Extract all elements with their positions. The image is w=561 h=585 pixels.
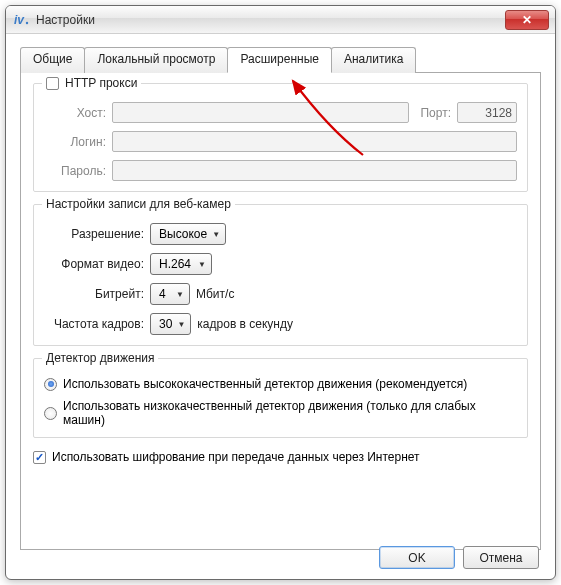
encryption-row[interactable]: Использовать шифрование при передаче дан… [33,450,528,464]
http-proxy-group: HTTP прокси Хост: Порт: Логин: Пароль: [33,83,528,192]
detector-hq-label: Использовать высококачественный детектор… [63,377,467,391]
svg-point-1 [26,21,28,23]
button-label: OK [408,551,425,565]
http-proxy-checkbox-label: HTTP прокси [65,76,137,90]
encryption-label: Использовать шифрование при передаче дан… [52,450,420,464]
tabs-header: Общие Локальный просмотр Расширенные Ана… [20,46,541,72]
client-area: Общие Локальный просмотр Расширенные Ана… [6,34,555,579]
detector-hq-radio[interactable] [44,378,57,391]
detector-group: Детектор движения Использовать высококач… [33,358,528,438]
bitrate-suffix: Мбит/с [196,287,234,301]
close-button[interactable]: ✕ [505,10,549,30]
tab-label: Аналитика [344,52,403,66]
resolution-label: Разрешение: [44,227,144,241]
port-label: Порт: [409,106,451,120]
detector-legend: Детектор движения [42,351,158,365]
password-input[interactable] [112,160,517,181]
tab-advanced[interactable]: Расширенные [227,47,332,73]
fps-label: Частота кадров: [44,317,144,331]
port-input[interactable] [457,102,517,123]
bitrate-label: Битрейт: [44,287,144,301]
button-label: Отмена [479,551,522,565]
select-value: 30 [159,317,172,331]
webcam-group: Настройки записи для веб-камер Разрешени… [33,204,528,346]
app-icon: iv [14,12,30,28]
fps-select[interactable]: 30 [150,313,191,335]
tab-analytics[interactable]: Аналитика [331,47,416,73]
ok-button[interactable]: OK [379,546,455,569]
format-select[interactable]: H.264 [150,253,212,275]
detector-option-hq-row[interactable]: Использовать высококачественный детектор… [44,377,517,391]
fps-suffix: кадров в секунду [197,317,293,331]
login-label: Логин: [44,135,106,149]
bitrate-select[interactable]: 4 [150,283,190,305]
tab-label: Расширенные [240,52,319,66]
tab-general[interactable]: Общие [20,47,85,73]
detector-option-lq-row[interactable]: Использовать низкокачественный детектор … [44,399,517,427]
format-label: Формат видео: [44,257,144,271]
password-label: Пароль: [44,164,106,178]
host-label: Хост: [44,106,106,120]
window-title: Настройки [36,13,505,27]
tab-label: Общие [33,52,72,66]
http-proxy-checkbox[interactable] [46,77,59,90]
cancel-button[interactable]: Отмена [463,546,539,569]
detector-lq-label: Использовать низкокачественный детектор … [63,399,517,427]
tab-label: Локальный просмотр [97,52,215,66]
titlebar: iv Настройки ✕ [6,6,555,34]
webcam-legend: Настройки записи для веб-камер [42,197,235,211]
select-value: Высокое [159,227,207,241]
http-proxy-legend: HTTP прокси [42,76,141,90]
select-value: 4 [159,287,166,301]
resolution-select[interactable]: Высокое [150,223,226,245]
detector-lq-radio[interactable] [44,407,57,420]
dialog-buttons: OK Отмена [379,546,539,569]
host-input[interactable] [112,102,409,123]
svg-text:iv: iv [14,13,25,27]
tab-local-view[interactable]: Локальный просмотр [84,47,228,73]
login-input[interactable] [112,131,517,152]
tab-panel-advanced: HTTP прокси Хост: Порт: Логин: Пароль: [20,72,541,550]
settings-window: iv Настройки ✕ Общие Локальный просмотр … [5,5,556,580]
encryption-checkbox[interactable] [33,451,46,464]
close-icon: ✕ [522,13,532,27]
select-value: H.264 [159,257,191,271]
